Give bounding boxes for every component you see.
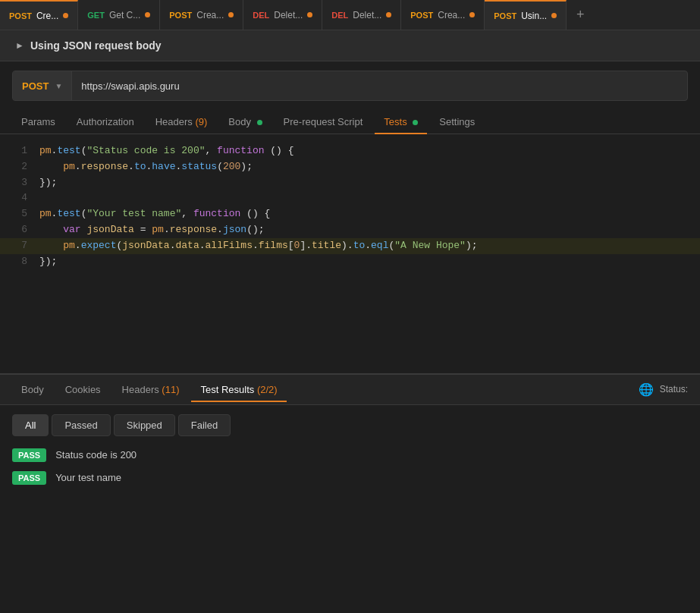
tab-label: Get C... <box>109 10 140 20</box>
tab-cookies-label: Cookies <box>65 384 101 395</box>
tab-label: Usin... <box>521 11 547 21</box>
tab-dot <box>63 13 68 18</box>
filter-failed[interactable]: Failed <box>178 414 231 436</box>
tab-dot <box>145 12 150 17</box>
tab-cookies[interactable]: Cookies <box>56 378 110 401</box>
tab-params-label: Params <box>21 116 55 127</box>
bottom-panel: Body Cookies Headers (11) Test Results (… <box>0 373 700 614</box>
pass-badge-2: PASS <box>12 471 46 485</box>
tab-post-cre[interactable]: POST Cre... <box>0 0 78 30</box>
tab-test-results-label: Test Results (2/2) <box>200 384 277 395</box>
tab-authorization-label: Authorization <box>77 116 134 127</box>
code-line-4: 4 <box>0 190 700 206</box>
tab-dot <box>228 12 234 17</box>
filter-skipped-label: Skipped <box>127 420 162 431</box>
page-heading: ► Using JSON request body <box>0 30 700 61</box>
filter-failed-label: Failed <box>191 420 218 431</box>
tab-tests[interactable]: Tests <box>375 110 427 134</box>
tab-label: Delet... <box>353 10 381 20</box>
code-line-3: 3 }); <box>0 175 700 191</box>
tab-headers-label: Headers (9) <box>155 116 208 127</box>
chevron-down-icon: ▼ <box>55 82 62 90</box>
tab-body-response[interactable]: Body <box>12 378 53 401</box>
tab-label: Crea... <box>438 10 465 20</box>
tab-body-response-label: Body <box>21 384 44 395</box>
code-line-8: 8 }); <box>0 254 700 270</box>
method-dropdown[interactable]: POST ▼ <box>13 71 72 100</box>
tab-response-headers-label: Headers (11) <box>122 384 180 395</box>
tab-method-post: POST <box>410 11 433 20</box>
filter-tabs: All Passed Skipped Failed <box>0 405 700 445</box>
filter-passed-label: Passed <box>64 420 97 431</box>
tab-post-crea2[interactable]: POST Crea... <box>401 0 485 30</box>
tab-method-post: POST <box>494 11 516 20</box>
tab-get-c[interactable]: GET Get C... <box>78 0 160 30</box>
tab-label: Cre... <box>36 11 58 21</box>
tab-label: Delet... <box>274 10 303 20</box>
request-bar: POST ▼ <box>12 71 688 101</box>
filter-passed[interactable]: Passed <box>52 414 110 436</box>
tab-prerequest-label: Pre-request Script <box>284 116 363 127</box>
tab-dot <box>551 13 557 18</box>
tab-body-label: Body <box>228 116 262 127</box>
tab-method-get: GET <box>87 11 105 20</box>
request-tabs: Params Authorization Headers (9) Body Pr… <box>0 110 700 134</box>
code-line-6: 6 var jsonData = pm.response.json(); <box>0 222 700 238</box>
filter-all[interactable]: All <box>12 414 49 436</box>
tab-method-del: DEL <box>253 11 269 20</box>
tab-settings-label: Settings <box>439 116 475 127</box>
test-result-1: PASS Status code is 200 <box>12 448 688 462</box>
tab-bar: POST Cre... GET Get C... POST Crea... DE… <box>0 0 700 30</box>
pass-badge-1: PASS <box>12 448 46 462</box>
bottom-tab-bar: Body Cookies Headers (11) Test Results (… <box>0 375 700 405</box>
tab-tests-label: Tests <box>384 116 418 127</box>
tab-headers[interactable]: Headers (9) <box>146 110 217 134</box>
url-input[interactable] <box>72 80 687 92</box>
filter-skipped[interactable]: Skipped <box>114 414 175 436</box>
code-line-7: 7 pm.expect(jsonData.data.allFilms.films… <box>0 238 700 254</box>
filter-all-label: All <box>25 420 36 431</box>
test-result-2: PASS Your test name <box>12 471 688 485</box>
tab-del-delet1[interactable]: DEL Delet... <box>243 0 322 30</box>
tab-prerequest[interactable]: Pre-request Script <box>275 110 372 134</box>
test-results-list: PASS Status code is 200 PASS Your test n… <box>0 445 700 488</box>
tab-method-post: POST <box>9 11 32 20</box>
tab-authorization[interactable]: Authorization <box>67 110 143 134</box>
tab-params[interactable]: Params <box>12 110 64 134</box>
add-tab-button[interactable]: + <box>567 0 594 30</box>
tab-test-results[interactable]: Test Results (2/2) <box>191 378 286 401</box>
tab-post-usin[interactable]: POST Usin... <box>485 0 567 30</box>
method-label: POST <box>22 80 49 92</box>
status-area: 🌐 Status: <box>639 382 688 397</box>
tab-dot <box>469 12 475 17</box>
tab-body[interactable]: Body <box>219 110 271 134</box>
tab-dot <box>386 12 391 17</box>
test-label-1: Status code is 200 <box>55 449 137 461</box>
tab-label: Crea... <box>196 10 224 20</box>
tab-post-crea1[interactable]: POST Crea... <box>160 0 243 30</box>
code-editor[interactable]: 1 pm.test("Status code is 200", function… <box>0 134 700 316</box>
code-line-2: 2 pm.response.to.have.status(200); <box>0 159 700 175</box>
test-label-2: Your test name <box>55 472 121 483</box>
globe-icon: 🌐 <box>639 382 654 397</box>
tab-method-post: POST <box>169 11 192 20</box>
page-title: Using JSON request body <box>30 39 162 52</box>
tab-dot <box>307 12 312 17</box>
tab-method-del: DEL <box>331 11 348 20</box>
status-label: Status: <box>660 384 688 395</box>
code-line-1: 1 pm.test("Status code is 200", function… <box>0 143 700 159</box>
code-line-5: 5 pm.test("Your test name", function () … <box>0 206 700 222</box>
tab-response-headers[interactable]: Headers (11) <box>113 378 189 401</box>
tab-settings[interactable]: Settings <box>430 110 484 134</box>
chevron-right-icon: ► <box>15 40 24 51</box>
tab-del-delet2[interactable]: DEL Delet... <box>322 0 401 30</box>
